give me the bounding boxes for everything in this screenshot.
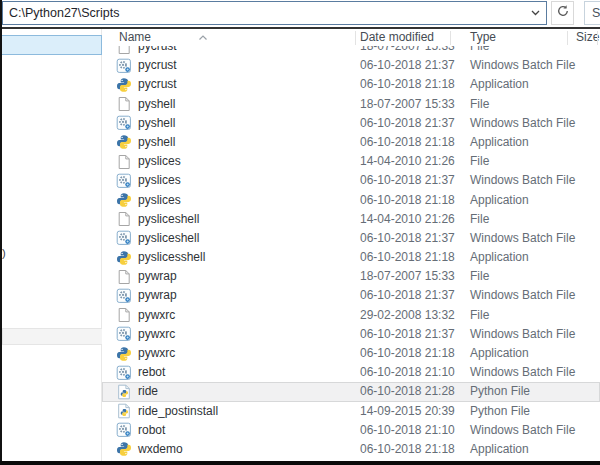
file-type: Application <box>470 75 529 94</box>
file-name[interactable]: pycrust <box>138 75 177 94</box>
file-row[interactable]: pycrust06-10-2018 21:18Application <box>102 75 600 94</box>
file-row[interactable]: pyshell18-07-2007 15:33File <box>102 95 600 114</box>
file-name[interactable]: wxdemo <box>138 440 183 459</box>
file-type: File <box>470 95 489 114</box>
column-header-date-modified[interactable]: Date modified <box>360 30 434 44</box>
file-date-modified: 06-10-2018 21:18 <box>360 440 455 459</box>
file-date-modified: 06-10-2018 21:37 <box>360 286 455 305</box>
file-row[interactable]: pywxrc29-02-2008 13:32File <box>102 306 600 325</box>
file-name[interactable]: pywxrc <box>138 306 175 325</box>
file-type: Windows Batch File <box>470 171 575 190</box>
python-file-icon <box>116 403 132 419</box>
file-date-modified: 06-10-2018 21:18 <box>360 75 455 94</box>
file-name[interactable]: pywxrc <box>138 325 175 344</box>
column-header-size[interactable]: Size <box>576 30 599 44</box>
column-divider[interactable] <box>450 31 451 45</box>
file-date-modified: 06-10-2018 21:37 <box>360 56 455 75</box>
file-name[interactable]: ride_postinstall <box>138 402 218 421</box>
file-type: File <box>470 267 489 286</box>
file-row[interactable]: robot06-10-2018 21:10Windows Batch File <box>102 421 600 440</box>
file-type: Application <box>470 191 529 210</box>
file-row[interactable]: pywxrc06-10-2018 21:37Windows Batch File <box>102 325 600 344</box>
file-icon <box>116 269 132 285</box>
search-input[interactable]: Se <box>584 1 600 25</box>
file-date-modified: 18-07-2007 15:33 <box>360 267 455 286</box>
column-divider[interactable] <box>355 31 356 45</box>
python-app-icon <box>116 346 132 362</box>
file-name[interactable]: pyslices <box>138 152 181 171</box>
file-row[interactable]: ride06-10-2018 21:28Python File <box>102 382 600 401</box>
file-row[interactable]: pysliceshell14-04-2010 21:26File <box>102 210 600 229</box>
file-type: Windows Batch File <box>470 229 575 248</box>
navigation-sidebar: ) <box>2 29 102 461</box>
python-app-icon <box>116 441 132 457</box>
file-name[interactable]: pyshell <box>138 114 175 133</box>
batch-icon <box>116 288 132 304</box>
file-row[interactable]: pysliceshell06-10-2018 21:37Windows Batc… <box>102 229 600 248</box>
file-row[interactable]: pywxrc06-10-2018 21:18Application <box>102 344 600 363</box>
window-left-edge <box>0 0 2 465</box>
file-name[interactable]: pyslices <box>138 171 181 190</box>
batch-icon <box>116 58 132 74</box>
file-row[interactable]: pywrap06-10-2018 21:37Windows Batch File <box>102 286 600 305</box>
tree-selected-item[interactable] <box>1 35 102 55</box>
file-name[interactable]: pywrap <box>138 286 177 305</box>
file-name[interactable]: rebot <box>138 363 165 382</box>
file-name[interactable]: pyshell <box>138 95 175 114</box>
file-list: pycrust18-07-2007 15:33Filepycrust06-10-… <box>102 46 600 461</box>
file-icon <box>116 211 132 227</box>
file-row[interactable]: pycrust06-10-2018 21:37Windows Batch Fil… <box>102 56 600 75</box>
file-name[interactable]: pyslicesshell <box>138 248 205 267</box>
file-row[interactable]: pyshell06-10-2018 21:37Windows Batch Fil… <box>102 114 600 133</box>
file-row[interactable]: pyslicesshell06-10-2018 21:18Application <box>102 248 600 267</box>
sort-ascending-icon[interactable] <box>198 27 208 34</box>
tree-item-label-fragment: ) <box>2 247 6 259</box>
file-type: Python File <box>470 382 530 401</box>
column-header-type[interactable]: Type <box>470 30 496 44</box>
file-name[interactable]: pycrust <box>138 56 177 75</box>
file-row[interactable]: pyslices06-10-2018 21:18Application <box>102 191 600 210</box>
file-name[interactable]: ride <box>138 382 158 401</box>
column-divider[interactable] <box>597 31 598 45</box>
file-row[interactable]: pycrust18-07-2007 15:33File <box>102 46 600 56</box>
file-name[interactable]: pysliceshell <box>138 229 199 248</box>
file-date-modified: 14-09-2015 20:39 <box>360 402 455 421</box>
file-row[interactable]: pyshell06-10-2018 21:18Application <box>102 133 600 152</box>
file-name[interactable]: robot <box>138 421 165 440</box>
file-row[interactable]: pyslices06-10-2018 21:37Windows Batch Fi… <box>102 171 600 190</box>
explorer-window: C:\Python27\Scripts Se ) Name <box>0 0 600 465</box>
file-row[interactable]: pywrap18-07-2007 15:33File <box>102 267 600 286</box>
file-name[interactable]: pywrap <box>138 267 177 286</box>
column-divider[interactable] <box>567 31 568 45</box>
file-icon <box>116 46 132 55</box>
file-date-modified: 06-10-2018 21:18 <box>360 133 455 152</box>
file-type: File <box>470 152 489 171</box>
file-name[interactable]: pysliceshell <box>138 210 199 229</box>
file-type: File <box>470 210 489 229</box>
address-input[interactable]: C:\Python27\Scripts <box>3 6 524 20</box>
file-name[interactable]: pywxrc <box>138 344 175 363</box>
column-header-name[interactable]: Name <box>119 30 151 44</box>
chevron-down-icon[interactable] <box>524 2 546 24</box>
tree-hover-item[interactable] <box>2 328 102 345</box>
window-bottom-edge <box>0 461 600 465</box>
address-bar[interactable]: C:\Python27\Scripts <box>2 1 547 25</box>
python-app-icon <box>116 250 132 266</box>
file-row[interactable]: rebot06-10-2018 21:10Windows Batch File <box>102 363 600 382</box>
batch-icon <box>116 422 132 438</box>
file-row[interactable]: ride_postinstall14-09-2015 20:39Python F… <box>102 402 600 421</box>
refresh-icon <box>556 4 570 22</box>
file-name[interactable]: pyslices <box>138 191 181 210</box>
file-name[interactable]: pyshell <box>138 133 175 152</box>
file-row[interactable]: wxdemo06-10-2018 21:18Application <box>102 440 600 459</box>
refresh-button[interactable] <box>551 1 574 25</box>
file-date-modified: 06-10-2018 21:37 <box>360 114 455 133</box>
python-app-icon <box>116 134 132 150</box>
file-type: Application <box>470 440 529 459</box>
file-type: Windows Batch File <box>470 363 575 382</box>
file-icon <box>116 96 132 112</box>
file-row[interactable]: pyslices14-04-2010 21:26File <box>102 152 600 171</box>
file-name[interactable]: pycrust <box>138 46 177 56</box>
file-type: Application <box>470 248 529 267</box>
toolbar: C:\Python27\Scripts Se <box>0 0 600 27</box>
